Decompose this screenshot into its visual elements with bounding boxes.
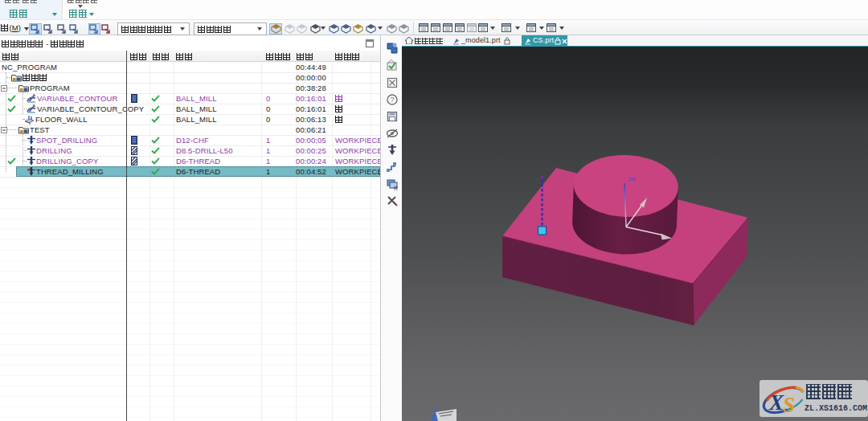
svg-text:ZM: ZM xyxy=(628,177,636,182)
svg-text:R: R xyxy=(394,186,398,191)
svg-text:S: S xyxy=(783,393,795,417)
svg-text:X: X xyxy=(768,390,784,415)
svg-text:?: ? xyxy=(391,96,395,104)
